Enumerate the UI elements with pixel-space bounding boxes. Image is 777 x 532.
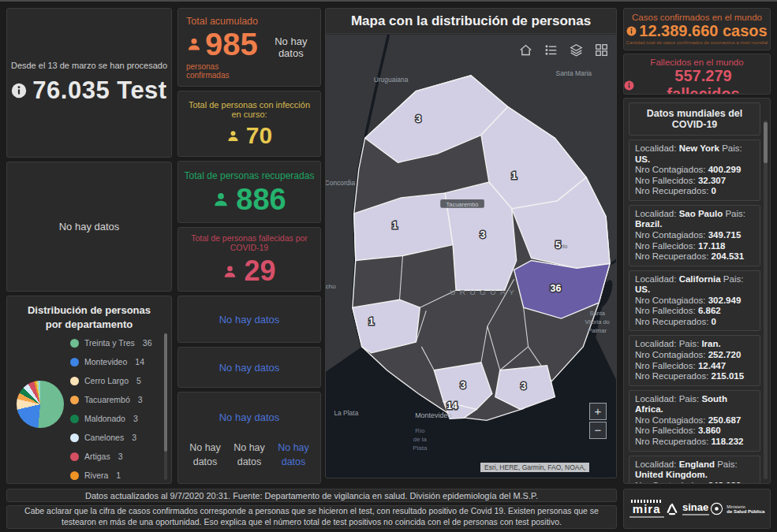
person-icon	[226, 129, 240, 143]
label-concordia: Concordia	[326, 179, 355, 187]
count-artigas: 3	[416, 113, 421, 125]
sinae-logo: sinae	[665, 502, 709, 516]
legend-color-dot	[70, 358, 79, 366]
pie-legend-scrollbar[interactable]	[164, 333, 167, 480]
map-zoom-control: + −	[589, 403, 607, 441]
accumulated-title: Total acumulado	[186, 16, 260, 27]
accumulated-caption: personas confirmadas	[186, 62, 260, 80]
count-tacuarembo: 3	[480, 229, 485, 240]
info-icon	[626, 26, 637, 36]
legend-item: Cerro Largo5	[70, 371, 162, 390]
recovered-title: Total de personas recuperadas	[185, 170, 315, 181]
no-data-panel: No hay datos No hay datos No hay datos N…	[177, 392, 321, 484]
basemap-icon[interactable]	[595, 43, 608, 57]
pie-legend: Treinta y Tres36Montevideo14Cerro Largo5…	[70, 333, 162, 482]
world-entries: Localidad: New York Pais: US.Nro Contagi…	[629, 140, 760, 484]
label-uruguaiana: Uruguaiana	[374, 76, 409, 84]
updated-bar: Datos actualizados al 9/7/2020 20:31. Fu…	[6, 489, 617, 502]
mira-logo: mira	[629, 500, 664, 518]
pie-chart[interactable]	[17, 381, 64, 428]
no-data-panel: No hay datos	[177, 296, 321, 343]
world-entry: Localidad: California Pais: US.Nro Conta…	[629, 270, 760, 332]
count-cerro-largo: 5	[555, 240, 561, 251]
legend-item: Rivera1	[70, 466, 162, 482]
info-icon	[624, 80, 634, 91]
no-data-text: No hay datos	[183, 441, 227, 469]
accumulated-value: 985	[205, 28, 258, 60]
active-value: 70	[246, 124, 272, 147]
msp-icon	[710, 502, 723, 515]
legend-color-dot	[70, 339, 79, 348]
zoom-out-button[interactable]: −	[589, 422, 607, 439]
legend-color-dot	[70, 452, 79, 461]
active-cases-panel: Total de personas con infección en curso…	[177, 91, 321, 157]
legend-icon[interactable]	[544, 43, 558, 57]
count-treinta-y-tres: 36	[551, 283, 562, 294]
legend-color-dot	[70, 415, 79, 423]
count-canelones: 3	[461, 380, 466, 391]
no-data-text: No hay datos	[219, 411, 280, 423]
label-santa-maria: Santa Maria	[556, 69, 592, 77]
no-data-panel: No hay datos	[6, 162, 172, 292]
label-rio-de-la-plata: de la	[413, 436, 428, 443]
legend-item: Canelones3	[70, 428, 162, 447]
person-icon	[222, 264, 237, 279]
map-area[interactable]: Uruguaiana Santa Maria Concordia Tacuare…	[326, 34, 616, 478]
deceased-value: 29	[244, 257, 275, 285]
world-confirmed-panel: Casos confirmados en el mundo 12.389.660…	[623, 8, 771, 50]
world-data-panel: Datos mundiales del COVID-19 Localidad: …	[623, 98, 771, 484]
no-data-text: No hay datos	[59, 221, 120, 233]
sinae-icon	[665, 502, 679, 516]
disclaimer-bar: Cabe aclarar que la cifra de casos confi…	[6, 505, 617, 529]
label-santa-vitoria: Santa	[589, 310, 605, 317]
legend-item: Maldonado3	[70, 409, 162, 428]
deceased-panel: Total de personas fallecidas por COVID-1…	[177, 227, 321, 292]
tests-label: Desde el 13 de marzo se han procesado	[11, 61, 167, 70]
no-data-text: No hay datos	[227, 441, 271, 469]
legend-item: Montevideo14	[70, 352, 162, 371]
count-montevideo: 14	[446, 400, 458, 411]
zoom-in-button[interactable]: +	[589, 403, 607, 420]
map-toolbar	[519, 43, 608, 57]
msp-logo: Ministerio de Salud Pública	[710, 502, 764, 515]
label-santa-vitoria: Vitória do	[585, 318, 609, 326]
legend-item: Tacuarembó3	[70, 390, 162, 409]
home-icon[interactable]	[519, 43, 532, 57]
label-montevideo: Montevideo	[415, 411, 451, 419]
legend-color-dot	[70, 433, 79, 442]
label-tacuarembo-city: Tacuarembó	[446, 201, 479, 208]
label-paysandu-cut: aychú	[326, 283, 336, 290]
no-data-panel: No hay datos	[177, 347, 321, 388]
legend-item: Treinta y Tres36	[70, 333, 162, 352]
map-attribution: Esri, HERE, Garmin, FAO, NOAA,	[480, 463, 589, 472]
uruguay-map[interactable]: Uruguaiana Santa Maria Concordia Tacuare…	[326, 34, 616, 478]
map-title: Mapa con la distribución de personas	[326, 9, 616, 34]
world-entry: Localidad: New York Pais: US.Nro Contagi…	[629, 140, 760, 201]
no-data-text: No hay datos	[219, 362, 280, 374]
tests-panel: Desde el 13 de marzo se han procesado 76…	[6, 8, 172, 158]
count-paysandu: 1	[392, 220, 398, 231]
world-deaths-value: 557.279 fallecidos	[637, 67, 770, 95]
world-entry: Localidad: England Pais: United Kingdom.…	[629, 456, 760, 485]
layers-icon[interactable]	[570, 43, 583, 57]
no-data-text: No hay datos	[271, 441, 316, 469]
sinae-logo-text: sinae	[682, 502, 709, 512]
tests-value: 76.035 Test	[32, 76, 166, 105]
world-entry: Localidad: Pais: South Africa.Nro Contag…	[629, 390, 760, 452]
person-icon	[212, 191, 230, 208]
accumulated-panel: Total acumulado 985 personas confirmadas…	[177, 8, 321, 87]
pie-title: Distribución de personas por departament…	[7, 296, 171, 331]
world-confirmed-value: 12.389.660 casos	[639, 22, 767, 40]
info-icon	[11, 83, 27, 99]
world-deaths-title: Fallecidos en el mundo	[624, 58, 770, 67]
legend-color-dot	[70, 471, 79, 480]
legend-item: Artigas3	[70, 447, 162, 466]
world-confirmed-caption: Cantidad total de casos confirmados de c…	[624, 40, 770, 45]
deceased-title: Total de personas fallecidas por COVID-1…	[178, 233, 320, 252]
no-data-text: No hay datos	[219, 314, 280, 326]
world-list-title: Datos mundiales del COVID-19	[629, 102, 760, 136]
world-list-scrollbar[interactable]	[764, 121, 768, 479]
label-rio-de-la-plata: Plata	[413, 445, 428, 452]
no-data-text: No hay datos	[262, 9, 320, 86]
recovered-panel: Total de personas recuperadas 886	[177, 161, 321, 223]
